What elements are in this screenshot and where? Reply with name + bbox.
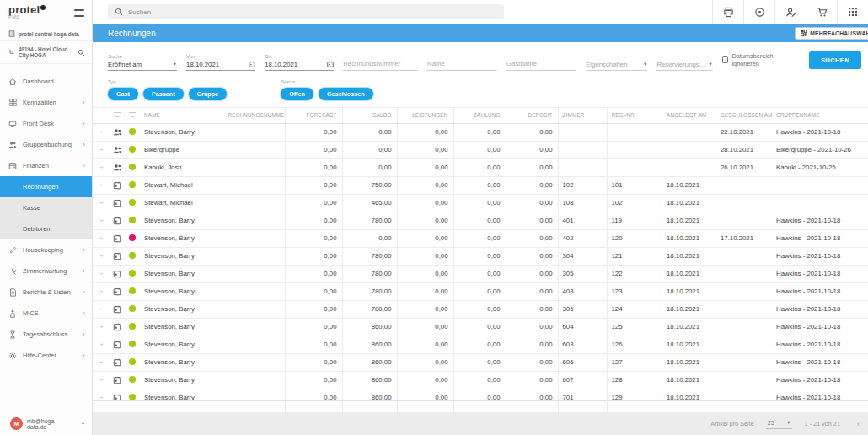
guest-name-input[interactable]	[506, 60, 576, 71]
table-row[interactable]: › Stevenson, Barry 0,00 780,00 0,00 0,00…	[93, 247, 868, 265]
properties-select[interactable]: Eigenschaften▼	[586, 61, 647, 72]
typ-chip[interactable]: Passant	[143, 88, 184, 100]
ignore-date-range-checkbox-group[interactable]: Datumsbereich ignorieren	[722, 52, 800, 71]
table-row[interactable]: › Stevenson, Barry 0,00 860,00 0,00 0,00…	[93, 371, 868, 389]
sidebar-item-zimmerwartung[interactable]: Zimmerwartung ›	[0, 260, 92, 282]
table-row[interactable]: › Stewart, Michael 0,00 465,00 0,00 0,00…	[93, 194, 868, 212]
cell-saldo: 780,00	[342, 247, 397, 265]
sidebar-item-gruppenbuchung[interactable]: Gruppenbuchung ›	[0, 134, 92, 155]
status-chip[interactable]: Geschlossen	[319, 88, 373, 100]
col-header-saldo[interactable]: SALDO	[342, 108, 397, 123]
row-expand-chevron[interactable]: ›	[97, 148, 104, 151]
sidebar-item-berichte-listen[interactable]: Berichte & Listen ›	[0, 282, 92, 303]
cell-angelegt-am: 18.10.2021	[662, 318, 716, 336]
col-header-gruppenname[interactable]: GRUPPENNAME	[772, 108, 868, 123]
row-expand-chevron[interactable]: ›	[97, 396, 104, 399]
hamburger-menu-icon[interactable]	[74, 8, 84, 19]
sidebar-item-kasse[interactable]: Kasse	[0, 197, 92, 218]
date-from-field[interactable]: Von 18.10.2021	[186, 54, 255, 72]
sidebar-item-debitoren[interactable]: Debitoren	[0, 218, 92, 239]
typ-chip[interactable]: Gast	[108, 88, 138, 100]
sidebar-item-housekeeping[interactable]: Housekeeping ›	[0, 239, 92, 260]
table-row[interactable]: › Stevenson, Barry 0,00 780,00 0,00 0,00…	[93, 212, 868, 229]
sidebar-item-tagesabschluss[interactable]: Tagesabschluss ›	[0, 324, 92, 345]
col-header-deposit[interactable]: DEPOSIT	[506, 108, 558, 123]
date-to-field[interactable]: Bis 18.10.2021	[265, 54, 334, 72]
col-header-forecast[interactable]: FORECAST	[285, 108, 342, 123]
table-row[interactable]: › Stevenson, Barry 0,00 860,00 0,00 0,00…	[93, 318, 868, 336]
table-row[interactable]: › Stevenson, Barry 0,00 0,00 0,00 0,00 0…	[93, 229, 868, 247]
cell-saldo: 860,00	[342, 318, 397, 336]
row-expand-chevron[interactable]: ›	[97, 184, 104, 186]
row-expand-chevron[interactable]: ›	[97, 201, 104, 204]
status-chip[interactable]: Offen	[281, 88, 313, 100]
col-header-zahlung[interactable]: ZAHLUNG	[453, 108, 506, 123]
col-header-leistungen[interactable]: LEISTUNGEN	[397, 108, 453, 123]
printer-icon[interactable]	[712, 0, 743, 24]
search-input[interactable]	[128, 8, 497, 16]
table-row[interactable]: › Stewart, Michael 0,00 750,00 0,00 0,00…	[93, 176, 868, 194]
row-expand-chevron[interactable]: ›	[97, 325, 104, 328]
row-expand-chevron[interactable]: ›	[97, 131, 104, 133]
multi-select-button[interactable]: MEHRFACHAUSWAHL	[795, 27, 868, 40]
row-expand-chevron[interactable]: ›	[97, 308, 104, 310]
property-search-icon[interactable]	[78, 49, 85, 56]
row-expand-chevron[interactable]: ›	[97, 166, 104, 169]
reservation-select[interactable]: Reservierungs...▼	[656, 61, 712, 72]
table-row[interactable]: › Stevenson, Barry 0,00 860,00 0,00 0,00…	[93, 389, 868, 400]
sidebar-item-mice[interactable]: MICE ›	[0, 303, 92, 324]
global-search[interactable]	[108, 4, 504, 19]
table-row[interactable]: › Stevenson, Barry 0,00 0,00 0,00 0,00 0…	[93, 123, 868, 141]
col-header-res-nr[interactable]: RES.-NR.	[607, 108, 662, 123]
target-icon[interactable]	[743, 0, 774, 24]
cell-zimmer: 403	[558, 282, 607, 300]
user-account[interactable]: M mb@hoga-data.de ›	[0, 417, 92, 430]
col-header-name[interactable]: NAME	[140, 108, 228, 123]
sidebar-item-kennzahlen[interactable]: Kennzahlen ›	[0, 92, 92, 113]
sidebar-item-finanzen[interactable]: Finanzen ›	[0, 155, 92, 176]
table-row[interactable]: › Stevenson, Barry 0,00 780,00 0,00 0,00…	[93, 282, 868, 300]
per-page-select[interactable]: 25 ▼	[766, 419, 793, 429]
row-expand-chevron[interactable]: ›	[97, 272, 104, 275]
sidebar-item-front-desk[interactable]: Front Desk ›	[0, 113, 92, 134]
table-row[interactable]: › Stevenson, Barry 0,00 860,00 0,00 0,00…	[93, 336, 868, 353]
col-header-rechnungsnummer[interactable]: RECHNUNGSNUMMER	[228, 108, 285, 123]
row-expand-chevron[interactable]: ›	[97, 361, 104, 363]
property-selector[interactable]: 49194 - Hotel Cloud City HOGA	[0, 40, 92, 64]
checkbox[interactable]	[722, 56, 729, 63]
table-row[interactable]: › Bikergruppe 0,00 0,00 0,00 0,00 0,00 2…	[93, 141, 868, 158]
avatar: M	[10, 417, 23, 430]
col-header-zimmer[interactable]: ZIMMER	[558, 108, 607, 123]
table-row[interactable]: › Kabuki, Josh 0,00 0,00 0,00 0,00 0,00 …	[93, 158, 868, 176]
row-expand-chevron[interactable]: ›	[97, 290, 104, 293]
row-expand-chevron[interactable]: ›	[97, 255, 104, 257]
filter-icon[interactable]	[114, 111, 121, 119]
sidebar-item-rechnungen[interactable]: Rechnungen	[0, 176, 92, 197]
sidebar-item-dashboard[interactable]: Dashboard	[0, 71, 92, 92]
table-row[interactable]: › Stevenson, Barry 0,00 780,00 0,00 0,00…	[93, 300, 868, 318]
cell-saldo: 0,00	[342, 123, 397, 141]
row-expand-chevron[interactable]: ›	[97, 343, 104, 346]
name-input[interactable]	[427, 60, 497, 71]
calendar-icon[interactable]	[327, 61, 334, 67]
invoice-icon	[113, 287, 121, 296]
table-row[interactable]: › Stevenson, Barry 0,00 780,00 0,00 0,00…	[93, 265, 868, 282]
previous-page-icon[interactable]: ‹	[857, 420, 860, 428]
apps-grid-icon[interactable]	[837, 0, 868, 24]
table-row[interactable]: › Stevenson, Barry 0,00 860,00 0,00 0,00…	[93, 353, 868, 371]
col-header-geschlossen-am[interactable]: GESCHLOSSEN AM	[716, 108, 772, 123]
workspace-row[interactable]: protel central hoga-data	[0, 25, 92, 40]
search-button[interactable]: SUCHEN	[809, 51, 861, 69]
row-expand-chevron[interactable]: ›	[97, 379, 104, 381]
typ-chip[interactable]: Gruppe	[189, 88, 228, 100]
row-expand-chevron[interactable]: ›	[97, 219, 104, 222]
row-expand-chevron[interactable]: ›	[97, 237, 104, 239]
cart-icon[interactable]	[806, 0, 837, 24]
search-type-select[interactable]: Suche Eröffnet am▼	[108, 54, 177, 72]
filter-icon[interactable]	[129, 111, 136, 119]
sidebar-item-hilfe-center[interactable]: Hilfe-Center ›	[0, 345, 92, 366]
col-header-angelegt-am[interactable]: ANGELEGT AM	[662, 108, 716, 123]
invoice-number-input[interactable]	[343, 60, 418, 71]
person-edit-icon[interactable]	[774, 0, 806, 24]
calendar-icon[interactable]	[249, 61, 255, 67]
